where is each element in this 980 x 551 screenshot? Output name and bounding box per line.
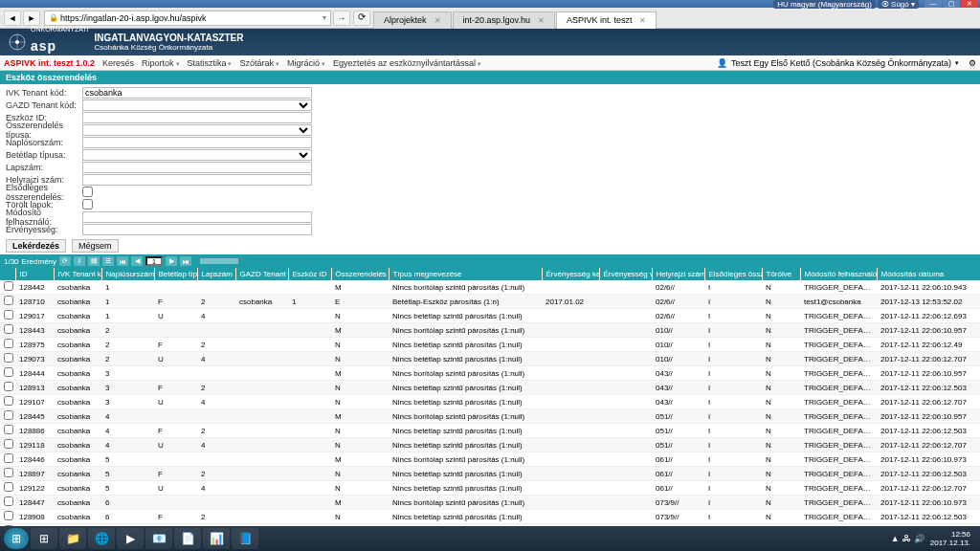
table-row[interactable]: 128443csobanka2MNincs borítólap szintű p… (0, 323, 980, 338)
settings-icon[interactable]: ⚙ (969, 58, 976, 68)
row-checkbox[interactable] (4, 439, 13, 449)
taskbar-app-icon[interactable]: ⊞ (31, 528, 57, 549)
select-betetlap-tipus[interactable] (82, 149, 312, 161)
column-header[interactable]: Lapszám (197, 268, 235, 280)
table-row[interactable]: 128913csobanka3F2NNincs betétlap szintű … (0, 381, 980, 395)
column-header[interactable]: Érvényesség vége (599, 268, 652, 280)
grid-tool-export-icon[interactable]: ⇩ (74, 256, 85, 266)
tray-network-icon[interactable]: 🖧 (902, 534, 911, 543)
column-header[interactable]: Módosító felhasználó (800, 268, 877, 280)
select-osszerend-tipus[interactable] (82, 124, 312, 136)
menu-item[interactable]: Riportok (142, 58, 179, 68)
tab-close-icon[interactable]: ✕ (639, 16, 646, 25)
taskbar-app-icon[interactable]: 📊 (203, 528, 230, 549)
table-row[interactable]: 128446csobanka5MNincs borítólap szintű p… (0, 452, 980, 467)
column-header[interactable]: Eszköz ID (288, 268, 331, 280)
row-checkbox[interactable] (4, 296, 13, 305)
input-ivk-tenant[interactable] (82, 87, 312, 99)
column-header[interactable]: Törölve (762, 268, 800, 280)
table-row[interactable]: 128886csobanka4F2NNincs betétlap szintű … (0, 424, 980, 438)
tab-close-icon[interactable]: ✕ (538, 16, 545, 25)
minimize-button[interactable]: — (924, 0, 942, 8)
table-row[interactable]: 128897csobanka5F2NNincs betétlap szintű … (0, 467, 980, 481)
table-row[interactable]: 129073csobanka2U4NNincs betétlap szintű … (0, 352, 980, 366)
input-naplosorszam[interactable] (82, 137, 312, 148)
input-lapszam[interactable] (82, 162, 312, 173)
table-row[interactable]: 129118csobanka4U4NNincs betétlap szintű … (0, 438, 980, 452)
table-row[interactable]: 128445csobanka4MNincs borítólap szintű p… (0, 409, 980, 424)
row-checkbox[interactable] (4, 324, 13, 334)
user-name[interactable]: Teszt Egy Első Kettő (Csobánka Község Ön… (731, 58, 951, 68)
row-checkbox[interactable] (4, 511, 13, 520)
column-header[interactable]: Módosítás dátuma (877, 268, 980, 280)
table-row[interactable]: 129122csobanka5U4NNincs betétlap szintű … (0, 481, 980, 496)
row-checkbox[interactable] (4, 468, 13, 477)
tray-flag-icon[interactable]: ▲ (891, 534, 900, 543)
browser-tab[interactable]: Alprojektek✕ (373, 11, 452, 29)
row-checkbox[interactable] (4, 425, 13, 434)
column-header[interactable]: IVK Tenant kód (54, 268, 101, 280)
pager-input[interactable] (145, 256, 163, 266)
go-button[interactable]: → (333, 11, 350, 26)
menu-item[interactable]: Statisztika (188, 58, 233, 68)
grid-tool-filter-icon[interactable]: ☰ (102, 256, 114, 266)
table-row[interactable]: 128444csobanka3MNincs borítólap szintű p… (0, 366, 980, 381)
refresh-button[interactable]: ⟳ (353, 11, 370, 26)
grid-tool-refresh-icon[interactable]: ⟳ (59, 256, 71, 266)
taskbar-app-icon[interactable]: 🌐 (88, 528, 115, 549)
row-checkbox[interactable] (4, 410, 13, 420)
pager-prev-icon[interactable]: ◀ (131, 256, 143, 266)
table-row[interactable]: 128908csobanka6F2NNincs betétlap szintű … (0, 510, 980, 524)
table-row[interactable]: 128447csobanka6MNincs borítólap szintű p… (0, 496, 980, 510)
menu-item[interactable]: Szótárak (240, 58, 279, 68)
table-row[interactable]: 129017csobanka1U4NNincs betétlap szintű … (0, 309, 980, 323)
row-checkbox[interactable] (4, 310, 13, 320)
column-header[interactable] (0, 268, 15, 280)
tray-volume-icon[interactable]: 🔊 (914, 534, 924, 543)
column-header[interactable]: ID (15, 268, 54, 280)
taskbar-app-icon[interactable]: 📘 (232, 528, 258, 549)
column-header[interactable]: Típus megnevezése (389, 268, 542, 280)
clock[interactable]: 12:56 2017.12.13. (930, 530, 970, 547)
taskbar-app-icon[interactable]: ▶ (117, 528, 144, 549)
grid-scroll[interactable]: IDIVK Tenant kódNaplósorszámBetétlap típ… (0, 268, 980, 551)
forward-button[interactable]: ► (23, 11, 40, 26)
pager-next-icon[interactable]: ▶ (166, 256, 177, 266)
maximize-button[interactable]: ▢ (943, 0, 960, 8)
input-eszkoz-id[interactable] (82, 112, 312, 123)
table-row[interactable]: 128442csobanka1MNincs borítólap szintű p… (0, 280, 980, 295)
row-checkbox[interactable] (4, 339, 13, 348)
menu-item[interactable]: Keresés (102, 58, 134, 68)
select-gazd-tenant[interactable] (82, 99, 312, 111)
input-modosito[interactable] (82, 211, 312, 223)
column-header[interactable]: GAZD Tenant kód (235, 268, 288, 280)
row-checkbox[interactable] (4, 396, 13, 406)
table-row[interactable]: 128975csobanka2F2NNincs betétlap szintű … (0, 338, 980, 352)
table-row[interactable]: 128710csobanka1F2csobanka1EBetétlap-Eszk… (0, 295, 980, 309)
column-header[interactable]: Érvényesség kezdete (542, 268, 599, 280)
checkbox-elsodleges[interactable] (82, 187, 93, 197)
back-button[interactable]: ◄ (4, 11, 21, 26)
tab-close-icon[interactable]: ✕ (434, 16, 441, 25)
row-checkbox[interactable] (4, 482, 13, 492)
taskbar-app-icon[interactable]: 📁 (59, 528, 86, 549)
pager-last-icon[interactable]: ⏭ (180, 256, 191, 266)
table-row[interactable]: 129107csobanka3U4NNincs betétlap szintű … (0, 395, 980, 409)
input-ervenyesseg[interactable] (82, 224, 312, 235)
taskbar-app-icon[interactable]: 📧 (145, 528, 172, 549)
close-button[interactable]: ✕ (961, 0, 978, 8)
cancel-button[interactable]: Mégsem (72, 239, 119, 253)
browser-tab[interactable]: int-20.asp.lgov.hu✕ (453, 11, 555, 29)
url-dropdown-icon[interactable]: ▾ (323, 13, 326, 22)
column-header[interactable]: Naplósorszám (101, 268, 154, 280)
search-button[interactable]: Lekérdezés (6, 239, 66, 253)
menu-item[interactable]: Egyeztetés az eszköznyilvántartással (333, 58, 481, 68)
column-header[interactable]: Betétlap típusa (154, 268, 197, 280)
column-header[interactable]: Helyrajzi szám (652, 268, 704, 280)
row-checkbox[interactable] (4, 281, 13, 291)
column-header[interactable]: Elsődleges összerendelés (704, 268, 762, 280)
user-dropdown-icon[interactable]: ▾ (955, 59, 959, 67)
pager-first-icon[interactable]: ⏮ (117, 256, 128, 266)
browser-tab[interactable]: ASPIVK int. teszt✕ (556, 11, 657, 29)
row-checkbox[interactable] (4, 453, 13, 463)
